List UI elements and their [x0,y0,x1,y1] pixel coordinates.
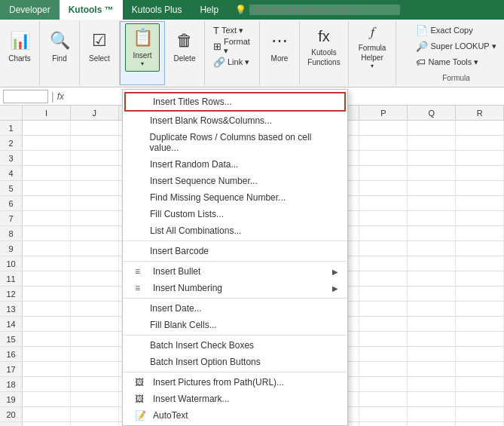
select-button[interactable]: ☑ Select [84,23,115,71]
col-header-r[interactable]: R [456,106,504,120]
menu-item-insert-pictures-from-path[interactable]: 🖼Insert Pictures from Path(URL)... [123,374,347,391]
grid-cell[interactable] [359,121,408,135]
delete-button[interactable]: 🗑 Delete [170,23,200,71]
grid-cell[interactable] [456,151,504,165]
grid-cell[interactable] [23,166,71,180]
grid-cell[interactable] [456,181,504,195]
col-header-j[interactable]: J [71,106,119,120]
kutools-functions-button[interactable]: fx KutoolsFunctions [304,23,344,71]
find-button[interactable]: 🔍 Find [44,23,75,71]
menu-item-find-missing-sequence[interactable]: Find Missing Sequence Number... [123,189,347,206]
grid-cell[interactable] [23,211,71,225]
grid-cell[interactable] [71,271,119,286]
grid-cell[interactable] [23,347,71,361]
grid-cell[interactable] [359,256,408,271]
formula-helper-button[interactable]: 𝑓 FormulaHelper ▾ [353,23,391,71]
menu-item-duplicate-rows-cols[interactable]: Duplicate Rows / Columns based on cell v… [123,129,347,156]
grid-cell[interactable] [456,317,504,331]
grid-cell[interactable] [359,166,408,180]
super-lookup-button[interactable]: 🔎 Super LOOKUP ▾ [412,38,499,54]
grid-cell[interactable] [71,347,119,361]
grid-cell[interactable] [71,226,119,241]
tab-kutools[interactable]: Kutools ™ [60,0,123,20]
grid-cell[interactable] [71,332,119,346]
grid-cell[interactable] [456,226,504,241]
exact-copy-button[interactable]: 📄 Exact Copy [412,23,499,38]
grid-cell[interactable] [23,392,71,406]
grid-cell[interactable] [456,362,504,376]
grid-cell[interactable] [23,332,71,346]
grid-cell[interactable] [456,256,504,271]
grid-cell[interactable] [408,302,456,316]
menu-item-insert-blank-rows-cols[interactable]: Insert Blank Rows&Columns... [123,112,347,129]
grid-cell[interactable] [456,271,504,286]
text-button[interactable]: T Text ▾ [209,23,255,38]
menu-item-batch-insert-option-buttons[interactable]: Batch Insert Option Buttons [123,354,347,370]
grid-cell[interactable] [359,136,408,150]
grid-cell[interactable] [71,422,119,426]
menu-item-insert-titles-rows[interactable]: Insert Titles Rows... [124,92,346,112]
grid-cell[interactable] [359,347,408,361]
grid-cell[interactable] [23,196,71,210]
grid-cell[interactable] [359,271,408,286]
grid-cell[interactable] [23,287,71,301]
grid-cell[interactable] [23,407,71,421]
insert-button[interactable]: 📋 Insert ▾ [125,23,160,72]
grid-cell[interactable] [456,287,504,301]
name-box-input[interactable] [3,90,48,103]
col-header-i[interactable]: I [23,106,71,120]
grid-cell[interactable] [71,287,119,301]
menu-item-fill-custom-lists[interactable]: Fill Custom Lists... [123,206,347,222]
grid-cell[interactable] [359,422,408,426]
more1-button[interactable]: ⋯ More [264,23,295,71]
grid-cell[interactable] [456,196,504,210]
tab-help[interactable]: Help [191,0,228,20]
grid-cell[interactable] [71,302,119,316]
grid-cell[interactable] [23,136,71,150]
grid-cell[interactable] [408,121,456,135]
grid-cell[interactable] [71,377,119,391]
grid-cell[interactable] [408,166,456,180]
grid-cell[interactable] [359,317,408,331]
grid-cell[interactable] [71,121,119,135]
grid-cell[interactable] [456,121,504,135]
grid-cell[interactable] [71,211,119,225]
grid-cell[interactable] [408,151,456,165]
menu-item-fill-blank-cells[interactable]: Fill Blank Cells... [123,317,347,333]
grid-cell[interactable] [359,226,408,241]
grid-cell[interactable] [23,181,71,195]
grid-cell[interactable] [408,196,456,210]
col-header-q[interactable]: Q [408,106,456,120]
menu-item-insert-watermark[interactable]: 🖼Insert Watermark... [123,391,347,407]
menu-item-insert-numbering[interactable]: ≡Insert Numbering▶ [123,280,347,296]
grid-cell[interactable] [359,332,408,346]
menu-item-insert-date[interactable]: Insert Date... [123,300,347,317]
grid-cell[interactable] [71,256,119,271]
grid-cell[interactable] [71,151,119,165]
grid-cell[interactable] [359,407,408,421]
grid-cell[interactable] [71,166,119,180]
grid-cell[interactable] [359,241,408,256]
grid-cell[interactable] [408,256,456,271]
grid-cell[interactable] [408,332,456,346]
charts-button[interactable]: 📊 Charts [5,23,35,71]
link-button[interactable]: 🔗 Link ▾ [209,54,255,69]
grid-cell[interactable] [456,392,504,406]
grid-cell[interactable] [71,317,119,331]
grid-cell[interactable] [71,241,119,256]
grid-cell[interactable] [359,181,408,195]
grid-cell[interactable] [359,377,408,391]
grid-cell[interactable] [359,362,408,376]
grid-cell[interactable] [23,256,71,271]
grid-cell[interactable] [456,347,504,361]
menu-item-insert-bullet[interactable]: ≡Insert Bullet▶ [123,263,347,280]
grid-cell[interactable] [408,271,456,286]
grid-cell[interactable] [23,241,71,256]
grid-cell[interactable] [359,196,408,210]
grid-cell[interactable] [23,317,71,331]
grid-cell[interactable] [408,392,456,406]
grid-cell[interactable] [456,332,504,346]
menu-item-batch-insert-checkboxes[interactable]: Batch Insert Check Boxes [123,337,347,354]
grid-cell[interactable] [359,302,408,316]
tab-kutools-plus[interactable]: Kutools Plus [123,0,191,20]
